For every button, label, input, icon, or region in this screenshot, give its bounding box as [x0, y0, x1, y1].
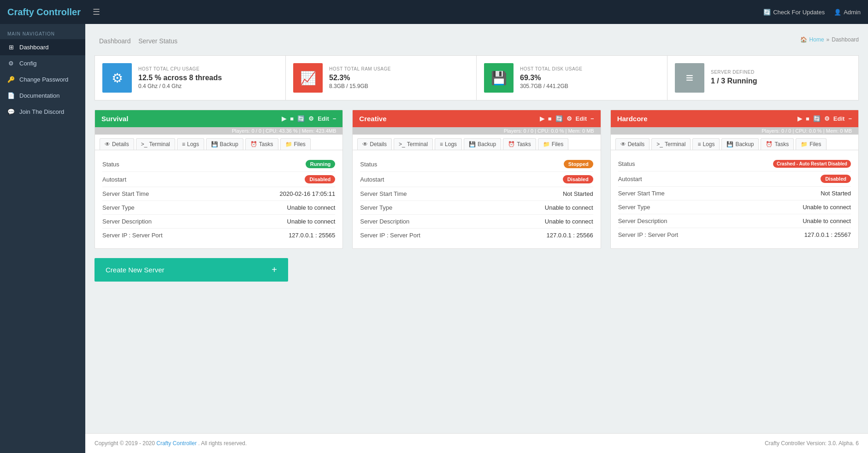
schedule-icon-survival[interactable]: ⚙ — [308, 115, 314, 122]
breadcrumb-home[interactable]: Home — [809, 36, 824, 43]
edit-link-creative[interactable]: Edit — [576, 115, 587, 122]
tab-terminal-hardcore[interactable]: >_ Terminal — [651, 138, 691, 150]
logs-tab-icon: ≡ — [182, 141, 185, 147]
terminal-tab-label: Terminal — [149, 141, 170, 147]
server-card-survival: Survival ▶ ■ 🔄 ⚙ Edit − Players: 0 / 0 |… — [94, 110, 343, 249]
terminal-tab-label: Terminal — [407, 141, 428, 147]
serverip-row-survival: Server IP : Server Port 127.0.0.1 : 2556… — [102, 229, 335, 242]
stop-icon-hardcore[interactable]: ■ — [806, 115, 809, 122]
server-header-survival: Survival ▶ ■ 🔄 ⚙ Edit − — [95, 110, 342, 127]
tab-backup-survival[interactable]: 💾 Backup — [206, 138, 243, 150]
servertype-value-survival: Unable to connect — [287, 204, 336, 211]
check-updates-link[interactable]: 🔄 Check For Updates — [763, 9, 825, 16]
tab-files-hardcore[interactable]: 📁 Files — [796, 138, 826, 150]
logs-tab-icon: ≡ — [697, 141, 701, 147]
footer-copyright: Copyright © 2019 - 2020 Crafty Controlle… — [94, 440, 247, 447]
admin-link[interactable]: 👤 Admin — [834, 9, 861, 16]
sidebar-item-discord[interactable]: 💬Join The Discord — [0, 104, 85, 120]
disk-stat-info: HOST TOTAL DISK USAGE 69.3% 305.7GB / 44… — [520, 66, 660, 89]
autostart-row-hardcore: Autostart Disabled — [618, 171, 851, 187]
create-server-icon: + — [272, 265, 277, 275]
tasks-tab-label: Tasks — [517, 141, 531, 147]
files-tab-icon: 📁 — [543, 141, 550, 147]
create-server-label: Create New Server — [106, 266, 165, 274]
terminal-tab-label: Terminal — [665, 141, 685, 147]
cpu-stat-sub: 0.4 Ghz / 0.4 Ghz — [138, 83, 278, 89]
collapse-icon-hardcore[interactable]: − — [848, 115, 852, 122]
sidebar-item-config[interactable]: ⚙Config — [0, 55, 85, 71]
tab-terminal-creative[interactable]: >_ Terminal — [394, 138, 433, 150]
play-icon-hardcore[interactable]: ▶ — [797, 115, 802, 122]
disk-stat-value: 69.3% — [520, 73, 660, 83]
servertype-row-creative: Server Type Unable to connect — [360, 201, 593, 215]
sidebar-item-documentation[interactable]: 📄Documentation — [0, 88, 85, 104]
disk-stat-sub: 305.7GB / 441.2GB — [520, 83, 660, 89]
tab-details-hardcore[interactable]: 👁 Details — [615, 138, 650, 150]
tab-logs-creative[interactable]: ≡ Logs — [435, 138, 462, 150]
stat-card-servers: ≡ SERVER DEFINED 1 / 3 Running — [667, 56, 858, 100]
details-tab-label: Details — [628, 141, 645, 147]
server-header-creative: Creative ▶ ■ 🔄 ⚙ Edit − — [353, 110, 600, 127]
stop-icon-creative[interactable]: ■ — [548, 115, 552, 122]
stop-icon-survival[interactable]: ■ — [290, 115, 294, 122]
backup-tab-label: Backup — [478, 141, 496, 147]
servers-stat-icon: ≡ — [675, 63, 704, 93]
sidebar: MAIN NAVIGATION ⊞Dashboard⚙Config🔑Change… — [0, 24, 85, 453]
schedule-icon-creative[interactable]: ⚙ — [567, 115, 572, 122]
tasks-tab-label: Tasks — [259, 141, 273, 147]
tab-files-survival[interactable]: 📁 Files — [280, 138, 311, 150]
tab-tasks-hardcore[interactable]: ⏰ Tasks — [761, 138, 794, 150]
change-password-icon: 🔑 — [7, 76, 15, 83]
refresh-icon: 🔄 — [763, 9, 771, 16]
servers-stat-value: 1 / 3 Running — [711, 76, 851, 86]
tab-logs-hardcore[interactable]: ≡ Logs — [692, 138, 720, 150]
cpu-stat-info: HOST TOTAL CPU USAGE 12.5 % across 8 thr… — [138, 66, 278, 89]
tab-terminal-survival[interactable]: >_ Terminal — [136, 138, 175, 150]
files-tab-label: Files — [294, 141, 306, 147]
sidebar-toggle[interactable]: ☰ — [93, 7, 100, 17]
restart-icon-hardcore[interactable]: 🔄 — [813, 115, 821, 122]
tab-details-survival[interactable]: 👁 Details — [100, 138, 134, 150]
server-tabs-survival: 👁 Details >_ Terminal ≡ Logs 💾 Backup ⏰ … — [95, 135, 342, 150]
sidebar-item-dashboard[interactable]: ⊞Dashboard — [0, 39, 85, 55]
footer: Copyright © 2019 - 2020 Crafty Controlle… — [85, 433, 868, 453]
files-tab-icon: 📁 — [801, 141, 808, 147]
files-tab-label: Files — [552, 141, 563, 147]
footer-version: Crafty Controller Version: 3.0. Alpha. 6 — [765, 440, 859, 447]
sidebar-label-discord: Join The Discord — [19, 108, 64, 115]
tasks-tab-icon: ⏰ — [508, 141, 515, 147]
tab-tasks-survival[interactable]: ⏰ Tasks — [245, 138, 278, 150]
restart-icon-survival[interactable]: 🔄 — [297, 115, 305, 122]
play-icon-creative[interactable]: ▶ — [540, 115, 544, 122]
edit-link-hardcore[interactable]: Edit — [833, 115, 845, 122]
footer-brand-link[interactable]: Crafty Controller — [156, 440, 196, 447]
tab-details-creative[interactable]: 👁 Details — [357, 138, 392, 150]
tab-backup-hardcore[interactable]: 💾 Backup — [721, 138, 759, 150]
collapse-icon-creative[interactable]: − — [590, 115, 594, 122]
status-badge-hardcore: Crashed - Auto Restart Disabled — [773, 160, 851, 168]
play-icon-survival[interactable]: ▶ — [282, 115, 286, 122]
backup-tab-icon: 💾 — [211, 141, 218, 147]
tab-logs-survival[interactable]: ≡ Logs — [177, 138, 204, 150]
collapse-icon-survival[interactable]: − — [333, 115, 337, 122]
autostart-row-creative: Autostart Disabled — [360, 172, 593, 187]
tab-backup-creative[interactable]: 💾 Backup — [464, 138, 501, 150]
tab-tasks-creative[interactable]: ⏰ Tasks — [503, 138, 536, 150]
files-tab-icon: 📁 — [285, 141, 292, 147]
schedule-icon-hardcore[interactable]: ⚙ — [824, 115, 830, 122]
serverdesc-row-survival: Server Description Unable to connect — [102, 215, 335, 229]
sidebar-label-config: Config — [19, 60, 37, 67]
tab-files-creative[interactable]: 📁 Files — [538, 138, 568, 150]
sidebar-label-dashboard: Dashboard — [19, 44, 49, 51]
status-badge-creative: Stopped — [564, 160, 593, 168]
server-actions-creative: ▶ ■ 🔄 ⚙ Edit − — [540, 115, 594, 122]
page-title-area: Dashboard Server Status — [94, 33, 177, 46]
discord-icon: 💬 — [7, 108, 15, 115]
edit-link-survival[interactable]: Edit — [318, 115, 329, 122]
logs-tab-label: Logs — [703, 141, 714, 147]
breadcrumb-separator: » — [827, 36, 830, 43]
create-server-button[interactable]: Create New Server + — [94, 258, 288, 282]
disk-stat-label: HOST TOTAL DISK USAGE — [520, 66, 660, 71]
restart-icon-creative[interactable]: 🔄 — [555, 115, 563, 122]
sidebar-item-change-password[interactable]: 🔑Change Password — [0, 71, 85, 88]
